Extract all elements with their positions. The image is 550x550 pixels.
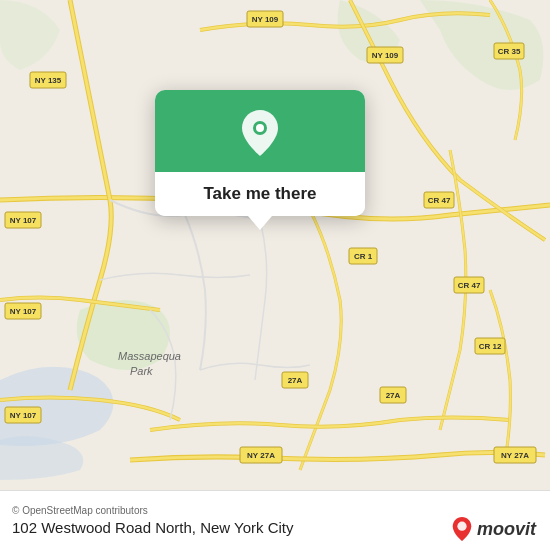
svg-text:NY 27A: NY 27A bbox=[247, 451, 275, 460]
map-view: NY 135 NY 109 NY 109 CR 35 NY 107 CR 47 … bbox=[0, 0, 550, 490]
popup-header bbox=[155, 90, 365, 172]
location-popup: Take me there bbox=[155, 90, 365, 216]
svg-text:NY 107: NY 107 bbox=[10, 411, 37, 420]
svg-text:Park: Park bbox=[130, 365, 153, 377]
svg-text:Massapequa: Massapequa bbox=[118, 350, 181, 362]
svg-text:NY 27A: NY 27A bbox=[501, 451, 529, 460]
svg-text:NY 109: NY 109 bbox=[252, 15, 279, 24]
popup-action[interactable]: Take me there bbox=[155, 172, 365, 216]
svg-text:CR 12: CR 12 bbox=[479, 342, 502, 351]
moovit-pin-icon bbox=[451, 516, 473, 542]
attribution-text: © OpenStreetMap contributors bbox=[12, 505, 538, 516]
svg-text:NY 107: NY 107 bbox=[10, 307, 37, 316]
map-background: NY 135 NY 109 NY 109 CR 35 NY 107 CR 47 … bbox=[0, 0, 550, 490]
moovit-label: moovit bbox=[477, 519, 536, 540]
svg-text:NY 107: NY 107 bbox=[10, 216, 37, 225]
svg-point-38 bbox=[256, 124, 264, 132]
svg-text:NY 109: NY 109 bbox=[372, 51, 399, 60]
svg-text:CR 47: CR 47 bbox=[458, 281, 481, 290]
svg-text:27A: 27A bbox=[386, 391, 401, 400]
svg-text:CR 47: CR 47 bbox=[428, 196, 451, 205]
footer: © OpenStreetMap contributors 102 Westwoo… bbox=[0, 490, 550, 550]
moovit-branding: moovit bbox=[451, 516, 536, 542]
svg-text:CR 1: CR 1 bbox=[354, 252, 373, 261]
svg-text:27A: 27A bbox=[288, 376, 303, 385]
svg-text:NY 135: NY 135 bbox=[35, 76, 62, 85]
svg-point-39 bbox=[457, 522, 466, 531]
svg-text:CR 35: CR 35 bbox=[498, 47, 521, 56]
location-pin-icon bbox=[240, 108, 280, 158]
take-me-there-button[interactable]: Take me there bbox=[203, 184, 316, 204]
